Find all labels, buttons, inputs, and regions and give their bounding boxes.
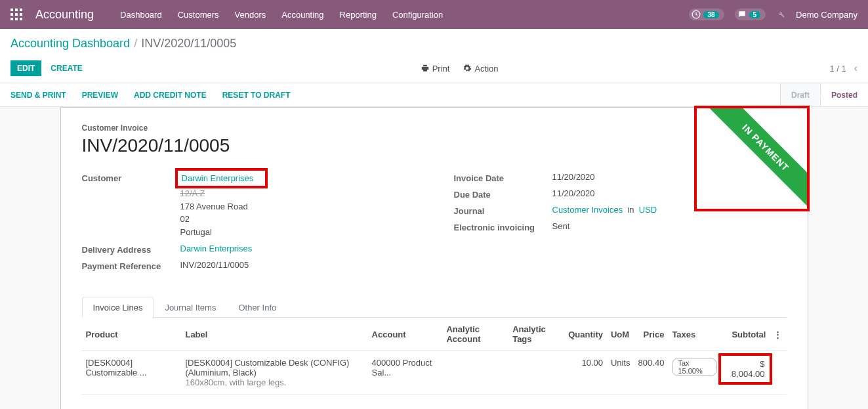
company-name[interactable]: Demo Company: [796, 10, 858, 20]
addr-line-3: 02: [180, 213, 255, 226]
invoice-title: INV/2020/11/0005: [82, 135, 787, 156]
th-account[interactable]: Account: [368, 318, 443, 351]
notebook-tabs: Invoice Lines Journal Items Other Info: [82, 296, 787, 318]
messages-count: 5: [749, 11, 761, 18]
svg-rect-6: [10, 18, 13, 20]
menu-vendors[interactable]: Vendors: [235, 10, 266, 20]
delivery-label: Delivery Address: [82, 244, 180, 255]
edit-button[interactable]: Edit: [10, 60, 41, 76]
th-price[interactable]: Price: [634, 318, 669, 351]
duedate-value: 11/20/2020: [552, 188, 595, 198]
highlight-subtotal: $ 8,004.00: [718, 353, 772, 385]
einv-value: Sent: [552, 221, 570, 231]
main-menu: Dashboard Customers Vendors Accounting R…: [120, 10, 689, 20]
th-quantity[interactable]: Quantity: [564, 318, 607, 351]
tab-invoice-lines[interactable]: Invoice Lines: [82, 297, 154, 318]
status-bar: Send & Print Preview Add Credit Note Res…: [0, 83, 868, 107]
breadcrumb-parent[interactable]: Accounting Dashboard: [10, 37, 130, 51]
navbar-right: 38 5 Demo Company: [689, 9, 858, 20]
cell-taxes: Tax 15.00%: [668, 351, 721, 395]
form-sheet: IN PAYMENT Customer Invoice INV/2020/11/…: [60, 107, 808, 409]
customer-link[interactable]: Darwin Enterprises: [182, 173, 254, 183]
tax-chip: Tax 15.00%: [672, 358, 717, 376]
delivery-link[interactable]: Darwin Enterprises: [180, 244, 253, 253]
cell-quantity: 10.00: [564, 351, 607, 395]
tab-other-info[interactable]: Other Info: [227, 297, 287, 318]
debug-icon[interactable]: [776, 9, 785, 20]
breadcrumb: Accounting Dashboard / INV/2020/11/0005: [0, 29, 868, 56]
apps-icon[interactable]: [10, 9, 22, 20]
svg-rect-5: [20, 13, 22, 16]
svg-rect-2: [20, 9, 22, 11]
pager-text: 1 / 1: [829, 64, 846, 74]
duedate-label: Due Date: [454, 188, 552, 200]
addr-line-2: 178 Avenue Road: [180, 200, 255, 213]
einv-label: Electronic invoicing: [454, 221, 552, 232]
activity-badge[interactable]: 38: [689, 9, 724, 20]
breadcrumb-sep: /: [134, 37, 137, 51]
th-subtotal[interactable]: Subtotal: [721, 318, 770, 351]
cell-account: 400000 Product Sal...: [368, 351, 443, 395]
breadcrumb-current: INV/2020/11/0005: [141, 37, 236, 51]
customer-label: Customer: [82, 172, 180, 183]
invdate-value: 11/20/2020: [552, 172, 595, 182]
journal-label: Journal: [454, 205, 552, 216]
addr-line-4: Portugal: [180, 226, 255, 239]
th-analytic-tags[interactable]: Analytic Tags: [508, 318, 564, 351]
messages-badge[interactable]: 5: [735, 9, 766, 20]
create-button[interactable]: Create: [44, 60, 89, 76]
status-posted[interactable]: Posted: [820, 83, 868, 106]
send-print-button[interactable]: Send & Print: [10, 91, 66, 100]
th-label[interactable]: Label: [181, 318, 367, 351]
action-button[interactable]: Action: [463, 64, 498, 74]
app-brand[interactable]: Accounting: [35, 8, 94, 22]
currency-link[interactable]: USD: [639, 205, 657, 215]
add-credit-note-button[interactable]: Add Credit Note: [134, 91, 207, 100]
gear-icon: [463, 64, 472, 73]
invdate-label: Invoice Date: [454, 172, 552, 183]
print-button[interactable]: Print: [421, 64, 450, 74]
menu-configuration[interactable]: Configuration: [392, 10, 443, 20]
reset-to-draft-button[interactable]: Reset to Draft: [222, 91, 291, 100]
pager-prev[interactable]: ‹: [854, 62, 858, 74]
cell-label: [DESK0004] Customizable Desk (CONFIG) (A…: [181, 351, 367, 395]
addr-line-1: 12/A Z: [180, 187, 255, 200]
invoice-lines-table: Product Label Account Analytic Account A…: [82, 318, 787, 395]
cell-price: 800.40: [634, 351, 669, 395]
svg-rect-0: [10, 9, 13, 11]
journal-in: in: [627, 205, 634, 215]
table-row[interactable]: [DESK0004] Customizable ... [DESK0004] C…: [82, 351, 787, 395]
menu-reporting[interactable]: Reporting: [340, 10, 377, 20]
menu-dashboard[interactable]: Dashboard: [120, 10, 162, 20]
tab-journal-items[interactable]: Journal Items: [154, 297, 227, 318]
preview-button[interactable]: Preview: [82, 91, 118, 100]
svg-rect-4: [15, 13, 18, 16]
svg-rect-3: [10, 13, 13, 16]
svg-rect-1: [15, 9, 18, 11]
th-product[interactable]: Product: [82, 318, 182, 351]
th-kebab[interactable]: ⋮: [770, 318, 786, 351]
menu-customers[interactable]: Customers: [178, 10, 219, 20]
svg-rect-7: [15, 18, 18, 20]
payref-value: INV/2020/11/0005: [180, 260, 249, 270]
svg-rect-8: [20, 18, 22, 20]
control-panel: Edit Create Print Action 1 / 1 ‹: [0, 56, 868, 83]
print-icon: [421, 64, 430, 73]
top-navbar: Accounting Dashboard Customers Vendors A…: [0, 0, 868, 29]
activity-count: 38: [703, 11, 718, 18]
payref-label: Payment Reference: [82, 260, 180, 271]
journal-link[interactable]: Customer Invoices: [552, 205, 623, 215]
th-analytic-account[interactable]: Analytic Account: [442, 318, 508, 351]
cell-analytic-tags: [508, 351, 564, 395]
highlight-customer: Darwin Enterprises: [175, 168, 268, 188]
menu-accounting[interactable]: Accounting: [281, 10, 323, 20]
cell-product: [DESK0004] Customizable ...: [82, 351, 182, 395]
ribbon-label: IN PAYMENT: [701, 108, 808, 212]
left-column: Customer Darwin Enterprises 12/A Z 178 A…: [82, 172, 415, 276]
cell-uom: Units: [607, 351, 634, 395]
cell-analytic-account: [442, 351, 508, 395]
th-uom[interactable]: UoM: [607, 318, 634, 351]
status-draft[interactable]: Draft: [780, 83, 820, 106]
th-taxes[interactable]: Taxes: [668, 318, 721, 351]
status-ribbon: IN PAYMENT: [696, 108, 808, 219]
